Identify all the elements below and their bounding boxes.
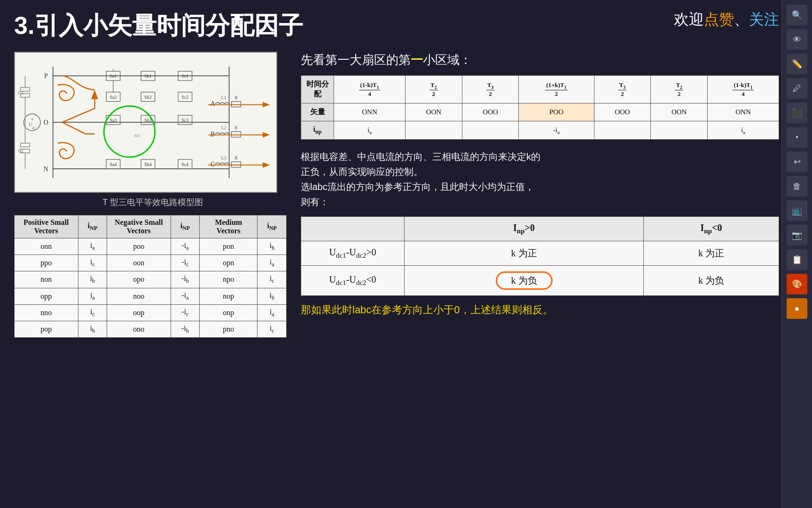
top-right: 欢迎点赞、关注 (674, 9, 779, 30)
search-icon[interactable]: 🔍 (787, 5, 807, 25)
pos-inp: ib (78, 321, 107, 337)
trash-icon[interactable]: 🗑 (787, 176, 807, 197)
decision-header-inp-neg: Inp<0 (644, 217, 779, 241)
table-row: opp ia noo -ia nop ib (15, 288, 287, 304)
svg-text:Sb2: Sb2 (144, 95, 151, 100)
pos-vec: non (15, 271, 78, 288)
color-orange-icon[interactable]: ● (787, 298, 807, 319)
timing-col1: (1-k)T14 (334, 76, 406, 103)
med-vec: onp (200, 304, 258, 321)
right-panel: 先看第一大扇区的第一小区域： 时间分配 (1-k)T14 T22 T32 (301, 52, 779, 499)
col-header-inp2: iNP (171, 215, 200, 238)
col-header-positive: Positive Small Vectors (15, 215, 78, 238)
svg-text:R: R (234, 95, 238, 100)
med-inp: ic (258, 271, 287, 288)
svg-text:P: P (44, 72, 48, 79)
vector-onn2: ONN (708, 103, 779, 121)
timing-col4: (1+k)T12 (519, 76, 594, 103)
color-icon[interactable]: 🎨 (787, 274, 807, 294)
med-vec: pon (200, 238, 258, 255)
eye-icon[interactable]: 👁 (787, 29, 807, 50)
highlight-one: 一 (411, 53, 423, 67)
eraser-icon[interactable]: ⬛ (787, 103, 807, 123)
section-label: 先看第一大扇区的第一小区域： (301, 52, 779, 68)
svg-text:C2: C2 (18, 148, 24, 153)
svg-text:dc: dc (32, 126, 36, 130)
like-text: 点赞 (704, 11, 734, 28)
med-inp: ic (258, 321, 287, 337)
vector-ooo1: OOO (462, 103, 519, 121)
decision-condition-2: Udc1-Udc2<0 (301, 266, 405, 296)
table-row: ppo ic oon -ic opn ia (15, 255, 287, 271)
vector-onn: ONN (334, 103, 406, 121)
main-title: 3.引入小矢量时间分配因子 (14, 9, 718, 42)
dot-icon[interactable]: • (787, 127, 807, 148)
neg-vec: poo (107, 238, 171, 255)
description-block: 根据电容差、中点电流的方向、三相电流的方向来决定k的 正负，从而实现响应的控制。… (301, 149, 779, 209)
med-vec: pno (200, 321, 258, 337)
col-header-medium: Medium Vectors (200, 215, 258, 238)
title-area: 3.引入小矢量时间分配因子 (14, 9, 718, 42)
pos-inp: ic (78, 304, 107, 321)
inp-ia2: ia (708, 121, 779, 140)
col-header-negative: Negative Small Vectors (107, 215, 171, 238)
svg-text:A: A (211, 100, 215, 107)
inp-ia1: ia (334, 121, 406, 140)
med-inp: ib (258, 288, 287, 304)
timing-table: 时间分配 (1-k)T14 T22 T32 (1+k)T12 T32 (301, 75, 779, 140)
svg-text:Sc4: Sc4 (181, 162, 188, 167)
circuit-label: T 型三电平等效电路模型图 (14, 197, 291, 208)
decision-val-1-2: k 为正 (644, 241, 779, 266)
timing-col6: T22 (651, 76, 708, 103)
decision-table: Inp>0 Inp<0 Udc1-Udc2>0 k 为正 k 为正 Udc1-U… (301, 216, 779, 296)
med-inp: ia (258, 255, 287, 271)
table-row: nno ic oop -ic onp ia (15, 304, 287, 321)
decision-val-2-2: k 为负 (644, 266, 779, 296)
svg-text:Sc3: Sc3 (181, 118, 188, 123)
svg-text:C: C (211, 161, 215, 168)
svg-text:Sa4: Sa4 (110, 162, 117, 167)
decision-val-2-1: k 为负 (405, 266, 644, 296)
inp-empty4 (651, 121, 708, 140)
neg-inp: -ic (171, 255, 200, 271)
neg-inp: -ic (171, 304, 200, 321)
svg-text:Sc1: Sc1 (181, 73, 188, 79)
decision-header-inp-pos: Inp>0 (405, 217, 644, 241)
k-negative-highlight: k 为负 (496, 271, 553, 290)
pos-inp: ia (78, 238, 107, 255)
pen-icon[interactable]: 🖊 (787, 78, 807, 99)
pos-inp: ia (78, 288, 107, 304)
neg-inp: -ib (171, 271, 200, 288)
edit-icon[interactable]: ✏️ (787, 54, 807, 74)
left-panel: P O N + U dc C1 C2 (14, 52, 291, 499)
back-icon[interactable]: ↩ (787, 151, 807, 172)
camera-icon[interactable]: 📷 (787, 225, 807, 246)
pos-vec: nno (15, 304, 78, 321)
follow-text: 关注 (749, 11, 779, 28)
svg-text:Sa2: Sa2 (110, 95, 117, 100)
vector-ooo2: OOO (594, 103, 651, 121)
med-vec: nop (200, 288, 258, 304)
decision-row-1: Udc1-Udc2>0 k 为正 k 为正 (301, 241, 779, 266)
circuit-svg: P O N + U dc C1 C2 (15, 53, 276, 192)
pos-vec: opp (15, 288, 78, 304)
pos-inp: ic (78, 255, 107, 271)
pos-inp: ib (78, 271, 107, 288)
list-icon[interactable]: 📋 (787, 249, 807, 270)
col-header-inp1: iNP (78, 215, 107, 238)
col-header-inp3: iNP (258, 215, 287, 238)
vector-oon: OON (405, 103, 462, 121)
svg-text:B: B (211, 131, 215, 138)
svg-text:C1: C1 (18, 90, 24, 95)
neg-vec: oon (107, 255, 171, 271)
bottom-note: 那如果此时labc在参考方向上小于0，上述结果则相反。 (301, 303, 779, 317)
neg-vec: noo (107, 288, 171, 304)
svg-text:O: O (44, 119, 48, 126)
monitor-icon[interactable]: 📺 (787, 200, 807, 221)
svg-text:R: R (234, 125, 238, 130)
med-inp: ib (258, 238, 287, 255)
med-vec: opn (200, 255, 258, 271)
vector-row-label: 矢量 (301, 103, 334, 121)
vector-oon2: OON (651, 103, 708, 121)
table-row: pop ib ono -ib pno ic (15, 321, 287, 337)
